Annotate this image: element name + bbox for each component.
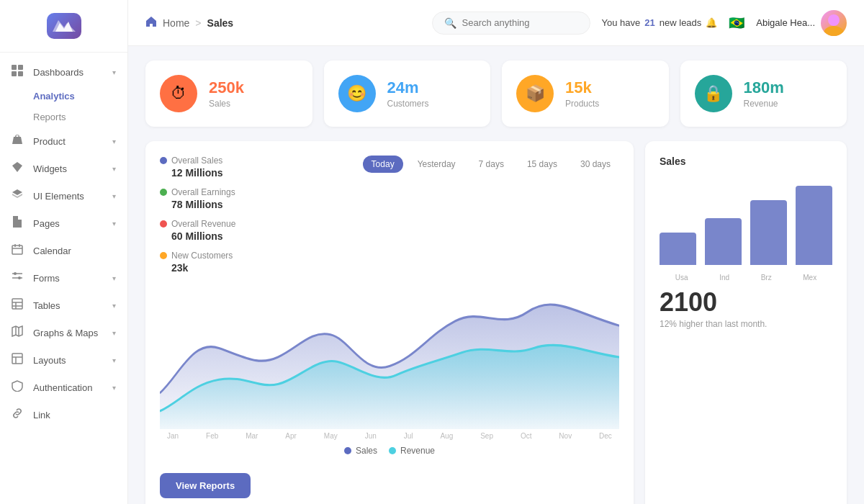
sidebar-label-graphs-maps: Graphs & Maps xyxy=(33,328,112,338)
sidebar-item-link[interactable]: Link xyxy=(0,401,127,428)
search-bar[interactable]: 🔍 xyxy=(432,12,590,35)
products-value: 15k xyxy=(565,78,599,97)
sidebar-item-dashboards[interactable]: Dashboards ▾ xyxy=(0,58,127,86)
bar-label-ind: Ind xyxy=(719,274,729,282)
x-mar: Mar xyxy=(246,432,258,440)
flag-icon: 🇧🇷 xyxy=(729,15,744,31)
sidebar-label-tables: Tables xyxy=(33,300,112,311)
sidebar-item-product[interactable]: Product ▾ xyxy=(0,127,127,155)
sidebar-item-reports[interactable]: Reports xyxy=(0,107,127,127)
sidebar-item-graphs-maps[interactable]: Graphs & Maps ▾ xyxy=(0,319,127,346)
user-name: Abigale Hea... xyxy=(756,17,815,28)
legend-label-earnings: Overall Earnings xyxy=(171,187,235,197)
svg-rect-17 xyxy=(12,299,22,309)
legend-overall-earnings: Overall Earnings 78 Millions xyxy=(160,187,235,210)
breadcrumb-sep: > xyxy=(195,17,201,29)
sidebar-item-analytics[interactable]: Analytics xyxy=(0,86,127,107)
legend-label-customers: New Customers xyxy=(171,251,233,261)
notification-emoji: 🔔 xyxy=(706,17,717,28)
bar-rect-brz xyxy=(750,200,787,265)
dot-sales xyxy=(160,157,167,164)
filter-30days[interactable]: 30 days xyxy=(572,156,619,173)
layout-icon xyxy=(12,353,26,367)
filter-15days[interactable]: 15 days xyxy=(518,156,566,173)
stat-info-products: 15k Products xyxy=(565,78,599,109)
customers-value: 24m xyxy=(387,78,429,97)
x-feb: Feb xyxy=(206,432,218,440)
x-nov: Nov xyxy=(559,432,572,440)
stat-card-products: 📦 15k Products xyxy=(502,60,669,127)
notification-area: You have 21 new leads 🔔 xyxy=(602,17,718,28)
sidebar-item-calendar[interactable]: Calendar xyxy=(0,237,127,264)
diamond-icon xyxy=(12,161,26,176)
footer-label-sales: Sales xyxy=(356,446,377,456)
time-filters: Today Yesterday 7 days 15 days 30 days xyxy=(363,156,619,173)
chevron-icon-forms: ▾ xyxy=(112,274,116,282)
dot-revenue xyxy=(160,220,167,228)
x-oct: Oct xyxy=(521,432,532,440)
user-info[interactable]: Abigale Hea... xyxy=(756,10,847,36)
filter-7days[interactable]: 7 days xyxy=(470,156,513,173)
svg-rect-5 xyxy=(18,71,23,76)
home-icon xyxy=(145,16,157,30)
bar-usa xyxy=(660,233,696,265)
breadcrumb-current: Sales xyxy=(207,17,234,29)
svg-rect-3 xyxy=(18,65,23,70)
sales-icon: ⏱ xyxy=(160,75,197,112)
mini-chart-subtitle: 12% higher than last month. xyxy=(660,319,832,329)
view-reports-button[interactable]: View Reports xyxy=(160,473,251,498)
footer-legend-sales: Sales xyxy=(344,446,377,456)
bar-label-brz: Brz xyxy=(761,274,772,282)
chevron-icon-tables: ▾ xyxy=(112,302,116,310)
legend-overall-revenue: Overall Revenue 60 Millions xyxy=(160,219,235,242)
sidebar-item-tables[interactable]: Tables ▾ xyxy=(0,292,127,319)
search-input[interactable] xyxy=(462,17,578,28)
filter-yesterday[interactable]: Yesterday xyxy=(409,156,464,173)
file-icon xyxy=(12,216,26,230)
legend-value-earnings: 78 Millions xyxy=(171,199,235,210)
stat-info-customers: 24m Customers xyxy=(387,78,429,109)
svg-rect-24 xyxy=(12,354,22,364)
sidebar-item-pages[interactable]: Pages ▾ xyxy=(0,210,127,237)
x-axis-labels: Jan Feb Mar Apr May Jun Jul Aug Sep Oct … xyxy=(160,432,619,440)
revenue-icon: 🔒 xyxy=(695,75,732,112)
sidebar-item-ui-elements[interactable]: UI Elements ▾ xyxy=(0,182,127,210)
stats-row: ⏱ 250k Sales 😊 24m Customers 📦 15k Produ… xyxy=(145,60,847,127)
svg-point-16 xyxy=(18,276,21,279)
svg-point-27 xyxy=(828,14,840,26)
customers-label: Customers xyxy=(387,99,429,109)
sidebar-item-layouts[interactable]: Layouts ▾ xyxy=(0,346,127,374)
sidebar-label-widgets: Widgets xyxy=(33,163,112,174)
sliders-icon xyxy=(12,271,26,285)
bar-chart-area xyxy=(660,179,832,265)
sidebar-nav: Dashboards ▾ Analytics Reports Product ▾… xyxy=(0,53,127,434)
stat-card-sales: ⏱ 250k Sales xyxy=(145,60,312,127)
main-chart-card: Overall Sales 12 Millions Overall Earnin… xyxy=(145,141,634,504)
content: ⏱ 250k Sales 😊 24m Customers 📦 15k Produ… xyxy=(128,46,864,504)
chevron-icon-pages: ▾ xyxy=(112,220,116,228)
sidebar-item-widgets[interactable]: Widgets ▾ xyxy=(0,155,127,182)
mini-chart-total: 2100 xyxy=(660,287,832,318)
filter-today[interactable]: Today xyxy=(363,156,403,173)
sidebar-item-forms[interactable]: Forms ▾ xyxy=(0,264,127,292)
calendar-icon xyxy=(12,243,26,258)
mini-chart-card: Sales UsaIndBrzMex 2100 12% higher than … xyxy=(645,141,847,504)
svg-rect-9 xyxy=(12,246,22,254)
breadcrumb-home: Home xyxy=(163,17,189,29)
x-aug: Aug xyxy=(440,432,453,440)
svg-marker-7 xyxy=(12,189,22,195)
sidebar-label-pages: Pages xyxy=(33,218,112,229)
main-area: Home > Sales 🔍 You have 21 new leads 🔔 🇧… xyxy=(128,0,864,504)
chevron-icon-ui: ▾ xyxy=(112,192,116,200)
x-jun: Jun xyxy=(365,432,377,440)
stat-card-revenue: 🔒 180m Revenue xyxy=(680,60,847,127)
legend-value-sales: 12 Millions xyxy=(171,167,235,179)
dot-earnings xyxy=(160,189,167,196)
sidebar-item-authentication[interactable]: Authentication ▾ xyxy=(0,374,127,401)
bar-rect-ind xyxy=(705,218,742,265)
sidebar-label-link: Link xyxy=(33,410,116,420)
footer-legend-revenue: Revenue xyxy=(389,446,435,456)
search-icon: 🔍 xyxy=(444,17,456,29)
bar-brz xyxy=(750,200,787,265)
x-may: May xyxy=(324,432,338,440)
